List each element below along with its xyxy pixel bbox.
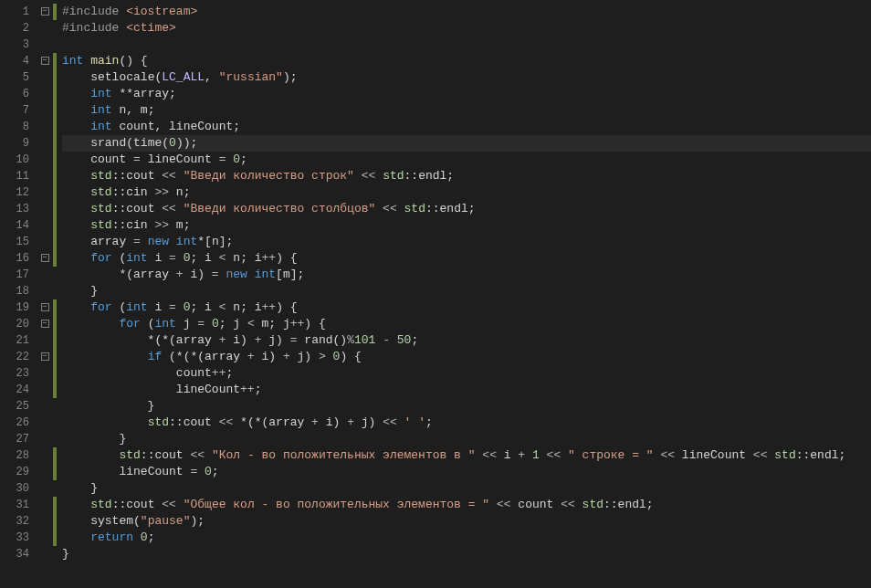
code-line[interactable]: } [62,398,871,415]
code-line[interactable]: lineCount++; [62,382,871,398]
code-token: ; [255,383,262,396]
code-line[interactable]: return 0; [62,530,871,546]
code-token: :: [796,448,811,462]
code-line[interactable]: } [62,480,871,497]
code-token: = [162,251,183,265]
code-token: << [154,202,183,215]
code-token [62,498,90,511]
fold-cell [37,184,53,201]
code-line[interactable]: } [62,546,871,562]
fold-cell [37,69,53,86]
code-line[interactable]: for (int j = 0; j < m; j++) { [62,316,871,332]
code-token [247,268,255,281]
fold-cell [37,480,53,497]
fold-cell [37,546,53,562]
code-line[interactable]: lineCount = 0; [62,464,871,480]
fold-cell[interactable]: − [37,299,53,316]
code-token: count [90,152,126,166]
code-line[interactable]: std::cout << "Общее кол - во положительн… [62,497,871,513]
code-token: << [184,448,212,462]
code-line[interactable]: std::cout << "Введи количество строк" <<… [62,168,871,184]
code-line[interactable]: if (*(*(array + i) + j) > 0) { [62,349,871,365]
code-line[interactable]: std::cin >> n; [62,184,871,201]
code-line[interactable] [62,37,871,53]
fold-toggle-icon[interactable]: − [41,352,49,361]
code-line[interactable]: std::cout << "Введи количество столбцов"… [62,201,871,217]
fold-cell [37,201,53,217]
code-token: LC_ALL [162,70,205,84]
code-line[interactable]: std::cin >> m; [62,217,871,234]
code-token: ; [240,251,255,265]
line-number: 11 [0,168,37,184]
code-token: ; [268,317,283,331]
fold-toggle-icon[interactable]: − [41,254,49,262]
fold-cell [37,168,53,184]
code-line[interactable]: std::cout << *(*(array + i) + j) << ' '; [62,415,871,431]
code-line[interactable]: int **array; [62,86,871,102]
fold-cell[interactable]: − [37,349,53,365]
code-token [397,415,404,429]
code-token: cout [184,415,212,429]
code-line[interactable]: for (int i = 0; i < n; i++) { [62,299,871,316]
code-line[interactable]: int count, lineCount; [62,119,871,135]
code-token: < [240,317,261,331]
code-line[interactable]: #include <ctime> [62,20,871,37]
code-token: :: [112,498,127,511]
code-line[interactable]: int main() { [62,53,871,69]
fold-cell[interactable]: − [37,250,53,267]
code-token: ** [112,87,133,100]
line-number: 26 [0,415,37,431]
code-line[interactable]: *(array + i) = new int[m]; [62,267,871,283]
code-editor[interactable]: 1234567891011121314151617181920212223242… [0,0,871,588]
fold-toggle-icon[interactable]: − [41,7,49,16]
code-token: << [553,498,582,511]
code-token [62,514,90,528]
code-token: count [176,366,212,380]
code-line[interactable]: #include <iostream> [62,4,871,20]
code-token: ; [839,448,846,462]
fold-toggle-icon[interactable]: − [41,303,49,311]
code-token: } [62,399,154,413]
code-token: return [90,530,133,544]
code-token: ' ' [404,415,425,429]
code-token: i [326,415,333,429]
code-token: << [489,498,518,511]
fold-cell[interactable]: − [37,53,53,69]
code-token: } [62,547,69,561]
fold-cell[interactable]: − [37,4,53,20]
code-line[interactable]: } [62,431,871,447]
code-line[interactable]: std::cout << "Кол - во положительных эле… [62,447,871,464]
code-area[interactable]: #include <iostream>#include <ctime>int m… [57,0,871,588]
code-token: << [154,498,183,511]
code-token [62,530,90,544]
code-line[interactable]: count++; [62,365,871,382]
code-line[interactable]: for (int i = 0; i < n; i++) { [62,250,871,267]
code-token [62,350,148,363]
fold-toggle-icon[interactable]: − [41,57,49,65]
fold-cell[interactable]: − [37,316,53,332]
code-token [62,383,176,396]
code-token: :: [112,185,127,199]
fold-column[interactable]: −−−−−− [37,0,53,588]
code-token: + [169,268,190,281]
code-token: = [126,235,147,248]
code-line[interactable]: setlocale(LC_ALL, "russian"); [62,69,871,86]
line-number: 14 [0,217,37,234]
code-token: ]; [219,235,234,248]
code-line[interactable]: int n, m; [62,102,871,119]
code-token: << [746,448,774,462]
code-token: i [205,251,212,265]
code-line[interactable]: array = new int*[n]; [62,234,871,250]
code-line[interactable]: srand(time(0)); [62,135,871,152]
line-number: 10 [0,152,37,168]
code-token: j [233,317,240,331]
code-line[interactable]: } [62,283,871,299]
line-number: 15 [0,234,37,250]
code-token: std [90,498,111,511]
code-line[interactable]: *(*(array + i) + j) = rand()%101 - 50; [62,332,871,349]
fold-toggle-icon[interactable]: − [41,320,49,328]
code-line[interactable]: system("pause"); [62,513,871,530]
code-token: ; [169,87,176,100]
code-line[interactable]: count = lineCount = 0; [62,152,871,168]
code-token: () { [119,54,147,68]
